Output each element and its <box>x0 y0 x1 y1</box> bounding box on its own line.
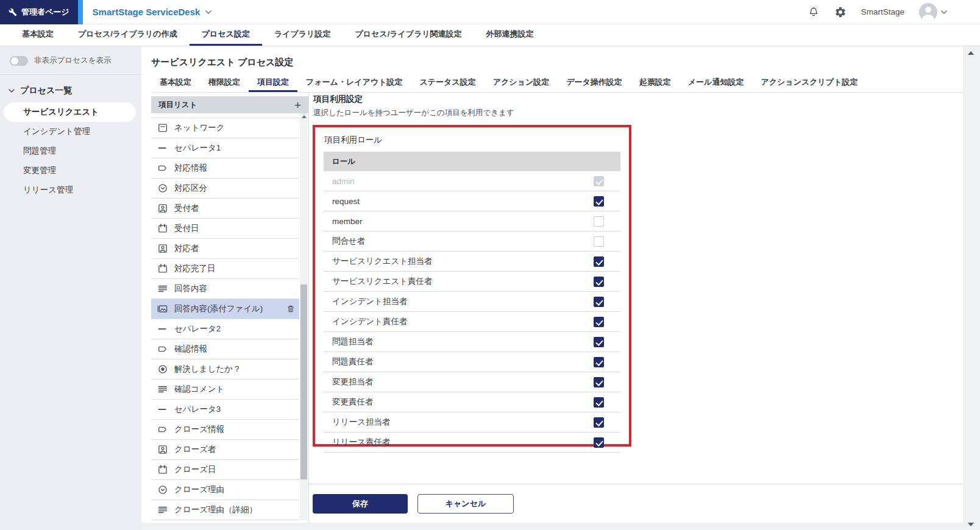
role-checkbox[interactable] <box>594 337 604 347</box>
process-settings-tab[interactable]: フォーム・レイアウト設定 <box>297 74 411 92</box>
field-list-item[interactable]: クローズ者 <box>151 440 299 460</box>
role-table: admin request member 問合せ者 <box>324 171 620 453</box>
role-checkbox[interactable] <box>594 236 604 247</box>
save-button[interactable]: 保存 <box>313 494 408 514</box>
scroll-up-button[interactable] <box>968 51 974 55</box>
field-list-pane: 項目リスト + ネットワーク <box>151 96 308 523</box>
main-tab-bar: 基本設定 プロセス/ライブラリの作成 プロセス設定 ライブラリ設定 プロセス/ラ… <box>0 24 980 46</box>
radio-icon <box>157 364 168 375</box>
field-item-label: クローズ理由 <box>174 484 224 495</box>
role-checkbox[interactable] <box>594 357 604 367</box>
role-row: リリース責任者 <box>324 433 620 453</box>
account-menu[interactable] <box>919 3 947 21</box>
top-bar: 管理者ページ SmartStage ServiceDesk SmartStage <box>0 0 980 24</box>
process-settings-tab[interactable]: 起票設定 <box>631 74 680 92</box>
sidebar-process-item[interactable]: リリース管理 <box>4 180 136 200</box>
role-checkbox[interactable] <box>594 277 604 287</box>
field-list-item[interactable]: セパレータ2 <box>151 319 299 339</box>
role-row: 問合せ者 <box>324 231 620 252</box>
text-lines-icon <box>157 384 168 395</box>
field-list-item[interactable]: 対応情報 <box>151 158 299 178</box>
field-list-item[interactable]: 確認情報 <box>151 339 299 359</box>
field-list-scrollbar[interactable] <box>300 113 308 520</box>
role-checkbox[interactable] <box>594 377 604 387</box>
field-list-item[interactable]: ネットワーク <box>151 118 299 138</box>
main-tab[interactable]: 外部連携設定 <box>474 24 546 46</box>
field-list-item[interactable]: 確認コメント <box>151 380 299 400</box>
page-scrollbar[interactable] <box>963 46 980 530</box>
field-item-label: 回答内容 <box>174 283 207 294</box>
scroll-down-button[interactable] <box>968 523 974 526</box>
add-field-button[interactable]: + <box>294 99 301 111</box>
scrollbar-thumb[interactable] <box>300 284 307 480</box>
separator-icon <box>157 404 168 415</box>
process-settings-tab[interactable]: アクション設定 <box>485 74 558 92</box>
admin-page-badge[interactable]: 管理者ページ <box>0 0 78 24</box>
settings-button[interactable] <box>834 6 847 18</box>
sidebar-process-item[interactable]: サービスリクエスト <box>4 102 136 122</box>
app-selector[interactable]: SmartStage ServiceDesk <box>93 7 212 17</box>
field-list-item[interactable]: 対応者 <box>151 239 299 259</box>
field-item-label: 解決しましたか？ <box>174 364 241 375</box>
field-list-item[interactable]: 対応区分 <box>151 178 299 199</box>
role-checkbox[interactable] <box>594 437 604 448</box>
main-tab[interactable]: プロセス/ライブラリ関連設定 <box>343 24 474 46</box>
process-settings-tab[interactable]: 基本設定 <box>151 74 200 92</box>
usage-roles-label: 項目利用ロール <box>324 135 620 146</box>
field-list-item[interactable]: クローズ情報 <box>151 420 299 440</box>
main-tab[interactable]: ライブラリ設定 <box>262 24 343 46</box>
role-checkbox[interactable] <box>594 317 604 327</box>
sidebar-process-item[interactable]: インシデント管理 <box>4 122 136 141</box>
role-row: サービスリクエスト担当者 <box>324 252 620 272</box>
usage-settings-description: 選択したロールを持つユーザーがこの項目を利用できます <box>313 108 514 118</box>
process-settings-tab[interactable]: 項目設定 <box>249 74 297 92</box>
field-list-item[interactable]: クローズ理由 <box>151 480 299 500</box>
top-bar-right: SmartStage <box>808 3 980 21</box>
sub-tab-label: メール通知設定 <box>688 77 744 88</box>
role-checkbox[interactable] <box>594 196 604 207</box>
main-tab[interactable]: プロセス/ライブラリの作成 <box>66 24 190 46</box>
cancel-button[interactable]: キャンセル <box>417 494 514 514</box>
role-checkbox[interactable] <box>594 176 604 186</box>
role-checkbox[interactable] <box>594 297 604 307</box>
field-list-item[interactable]: クローズ理由（詳細） <box>151 500 299 520</box>
sidebar-process-item[interactable]: 問題管理 <box>4 141 136 161</box>
role-checkbox[interactable] <box>594 216 604 227</box>
role-checkbox[interactable] <box>594 256 604 267</box>
role-checkbox[interactable] <box>594 417 604 428</box>
process-settings-tab[interactable]: アクションスクリプト設定 <box>752 74 866 92</box>
field-item-label: クローズ情報 <box>174 424 224 435</box>
trash-icon[interactable] <box>286 303 296 314</box>
field-item-label: 確認コメント <box>174 384 224 395</box>
field-list-title: 項目リスト <box>158 100 197 110</box>
hidden-process-toggle[interactable] <box>10 56 28 66</box>
field-list-item[interactable]: 対応完了日 <box>151 259 299 279</box>
role-table-header: ロール <box>324 152 620 171</box>
field-list-item[interactable]: セパレータ3 <box>151 400 299 420</box>
notifications-button[interactable] <box>808 6 820 18</box>
sub-tab-label: 項目設定 <box>257 77 289 88</box>
process-settings-tab[interactable]: データ操作設定 <box>558 74 631 92</box>
role-name: リリース責任者 <box>332 437 390 448</box>
scroll-up-icon[interactable] <box>302 115 307 118</box>
sidebar-process-item[interactable]: 変更管理 <box>4 161 136 180</box>
field-list-item[interactable]: クローズ日 <box>151 460 299 480</box>
role-checkbox[interactable] <box>594 397 604 408</box>
field-list-item[interactable]: 受付者 <box>151 199 299 219</box>
process-list-section[interactable]: プロセス一覧 <box>0 75 141 102</box>
field-list-item[interactable]: 回答内容 <box>151 279 299 299</box>
field-list-item[interactable] <box>151 113 299 118</box>
field-list-item[interactable]: セパレータ1 <box>151 138 299 158</box>
role-row: 変更責任者 <box>324 392 620 412</box>
field-list-item[interactable]: 解決しましたか？ <box>151 359 299 380</box>
field-list-item[interactable]: 回答内容(添付ファイル) <box>151 299 299 319</box>
wrench-icon <box>9 8 17 16</box>
process-settings-tab[interactable]: ステータス設定 <box>411 74 484 92</box>
main-tab[interactable]: プロセス設定 <box>190 24 262 46</box>
process-settings-tab[interactable]: メール通知設定 <box>680 74 753 92</box>
process-settings-tab[interactable]: 権限設定 <box>200 74 249 92</box>
image-icon <box>157 303 168 314</box>
role-row: 問題担当者 <box>324 332 620 352</box>
main-tab[interactable]: 基本設定 <box>10 24 66 46</box>
field-list-item[interactable]: 受付日 <box>151 219 299 239</box>
